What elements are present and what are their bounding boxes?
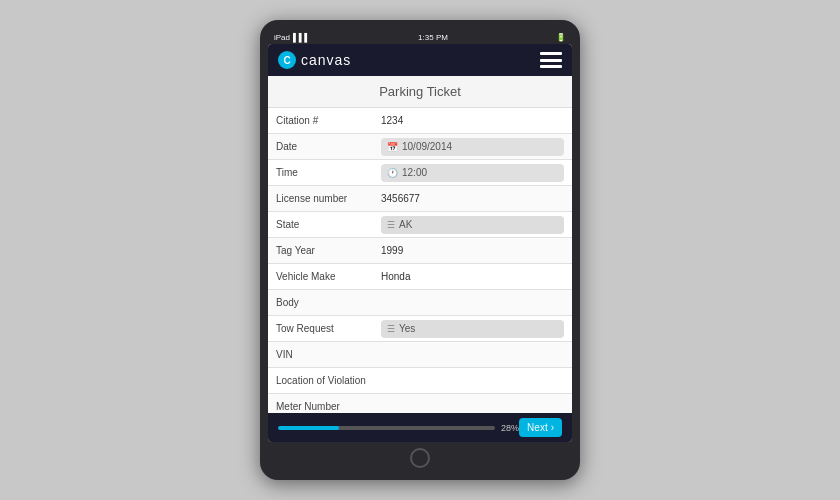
field-label: Citation #	[276, 115, 381, 126]
field-label: License number	[276, 193, 381, 204]
form-row: Tow Request☰Yes	[268, 316, 572, 342]
form-row: License number3456677	[268, 186, 572, 212]
field-input[interactable]: 📅10/09/2014	[381, 138, 564, 156]
field-label: Tag Year	[276, 245, 381, 256]
next-label: Next	[527, 422, 548, 433]
tablet-screen: C canvas Parking Ticket Citation #1234Da…	[268, 44, 572, 442]
status-right: 🔋	[556, 33, 566, 42]
form-row: Time🕐12:00	[268, 160, 572, 186]
field-value: 1999	[381, 245, 564, 256]
status-left: iPad ▌▌▌	[274, 33, 310, 42]
input-value: 12:00	[402, 167, 427, 178]
field-label: VIN	[276, 349, 381, 360]
form-title: Parking Ticket	[268, 76, 572, 108]
carrier-text: iPad	[274, 33, 290, 42]
progress-bar-background	[278, 426, 495, 430]
field-label: Vehicle Make	[276, 271, 381, 282]
app-header: C canvas	[268, 44, 572, 76]
field-label: Date	[276, 141, 381, 152]
field-label: Tow Request	[276, 323, 381, 334]
field-label: Body	[276, 297, 381, 308]
input-icon: 🕐	[387, 168, 398, 178]
progress-label: 28%	[501, 423, 519, 433]
field-input[interactable]: ☰AK	[381, 216, 564, 234]
form-row: Meter Number	[268, 394, 572, 413]
input-value: AK	[399, 219, 412, 230]
form-row: Citation #1234	[268, 108, 572, 134]
field-value: 1234	[381, 115, 564, 126]
canvas-logo-text: canvas	[301, 52, 351, 68]
form-row: Vehicle MakeHonda	[268, 264, 572, 290]
form-row: Body	[268, 290, 572, 316]
footer-bar: 28% Next ›	[268, 413, 572, 442]
progress-bar-fill	[278, 426, 339, 430]
input-icon: ☰	[387, 324, 395, 334]
input-icon: ☰	[387, 220, 395, 230]
field-label: Location of Violation	[276, 375, 381, 386]
canvas-logo: C canvas	[278, 51, 351, 69]
form-row: VIN	[268, 342, 572, 368]
home-button[interactable]	[410, 448, 430, 468]
field-label: State	[276, 219, 381, 230]
input-value: Yes	[399, 323, 415, 334]
canvas-logo-icon: C	[278, 51, 296, 69]
field-value: Honda	[381, 271, 564, 282]
field-label: Time	[276, 167, 381, 178]
progress-container: 28%	[278, 423, 519, 433]
battery-icon: 🔋	[556, 33, 566, 42]
form-content: Parking Ticket Citation #1234Date📅10/09/…	[268, 76, 572, 413]
field-label: Meter Number	[276, 401, 381, 412]
next-button[interactable]: Next ›	[519, 418, 562, 437]
form-row: Location of Violation	[268, 368, 572, 394]
tablet-device: iPad ▌▌▌ 1:35 PM 🔋 C canvas Parkin	[260, 20, 580, 480]
menu-button[interactable]	[540, 52, 562, 68]
time-display: 1:35 PM	[418, 33, 448, 42]
tablet-bottom	[268, 442, 572, 470]
input-value: 10/09/2014	[402, 141, 452, 152]
form-row: Date📅10/09/2014	[268, 134, 572, 160]
form-fields: Citation #1234Date📅10/09/2014Time🕐12:00L…	[268, 108, 572, 413]
field-input[interactable]: ☰Yes	[381, 320, 564, 338]
form-row: Tag Year1999	[268, 238, 572, 264]
next-icon: ›	[551, 422, 554, 433]
field-value: 3456677	[381, 193, 564, 204]
status-bar: iPad ▌▌▌ 1:35 PM 🔋	[268, 30, 572, 44]
field-input[interactable]: 🕐12:00	[381, 164, 564, 182]
input-icon: 📅	[387, 142, 398, 152]
signal-icon: ▌▌▌	[293, 33, 310, 42]
form-row: State☰AK	[268, 212, 572, 238]
